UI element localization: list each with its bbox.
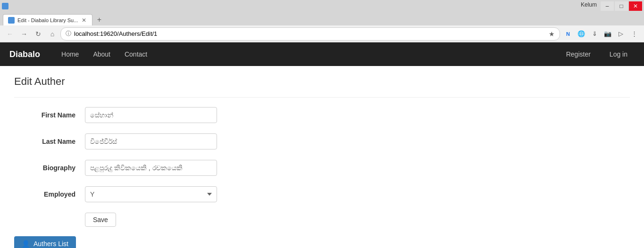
browser-controls: ← → ↻ ⌂ ⓘ ★ N 🌐 ⇓ 📷 ▷ ⋮ [0,25,644,42]
last-name-input[interactable] [85,133,217,149]
lock-icon: ⓘ [66,30,71,38]
browser-titlebar: Kelum – □ ✕ [0,0,644,12]
edit-form: First Name Last Name Biography Employed … [14,107,630,227]
reload-button[interactable]: ↻ [32,28,44,40]
bookmark-icon[interactable]: ★ [549,30,555,38]
back-button[interactable]: ← [4,28,16,40]
navbar-right: Register Log in [559,43,635,65]
nav-register[interactable]: Register [559,43,598,65]
nav-about[interactable]: About [86,43,117,65]
first-name-group: First Name [14,107,630,123]
last-name-group: Last Name [14,133,630,149]
camera-button[interactable]: 📷 [602,28,614,40]
biography-label: Biography [14,164,85,172]
user-icon: 👤 [22,240,30,248]
biography-group: Biography [14,160,630,176]
close-button[interactable]: ✕ [629,1,642,11]
address-bar: ⓘ ★ [60,27,560,41]
employed-group: Employed Y N [14,186,630,202]
user-label: Kelum [581,1,597,11]
tab-bar: Edit - Diabalo Library Su... ✕ + [0,12,644,25]
nav-login[interactable]: Log in [602,43,635,65]
nav-home[interactable]: Home [54,43,86,65]
navbar-links: Home About Contact [54,43,154,65]
nav-contact[interactable]: Contact [117,43,154,65]
translate-button[interactable]: 🌐 [575,28,587,40]
save-button-row: Save [14,213,630,227]
tab-title: Edit - Diabalo Library Su... [17,17,78,23]
share-button[interactable]: ▷ [615,28,627,40]
page-content: Edit Auther First Name Last Name Biograp… [0,66,644,248]
tab-favicon [8,17,15,24]
app-navbar: Diabalo Home About Contact Register Log … [0,42,644,66]
authors-list-label: Authers List [33,240,68,248]
forward-button[interactable]: → [18,28,30,40]
employed-label: Employed [14,190,85,198]
biography-input[interactable] [85,160,217,176]
divider [14,97,630,98]
last-name-label: Last Name [14,138,85,145]
new-tab-button[interactable]: + [93,14,105,25]
minimize-button[interactable]: – [601,1,614,11]
download-button[interactable]: ⇓ [588,28,601,40]
maximize-button[interactable]: □ [615,1,628,11]
navbar-brand[interactable]: Diabalo [9,50,40,59]
browser-action-buttons: N 🌐 ⇓ 📷 ▷ ⋮ [562,28,640,40]
menu-button[interactable]: ⋮ [628,28,640,40]
first-name-input[interactable] [85,107,217,123]
address-input[interactable] [74,30,546,37]
first-name-label: First Name [14,111,85,119]
save-button[interactable]: Save [85,213,116,227]
home-button[interactable]: ⌂ [46,28,59,40]
extensions-button[interactable]: N [562,28,574,40]
authors-list-button[interactable]: 👤 Authers List [14,236,76,248]
tab-close-button[interactable]: ✕ [81,17,87,24]
employed-select[interactable]: Y N [85,186,217,202]
page-title: Edit Auther [14,75,630,88]
browser-tab[interactable]: Edit - Diabalo Library Su... ✕ [3,14,92,25]
browser-icon [2,3,8,9]
